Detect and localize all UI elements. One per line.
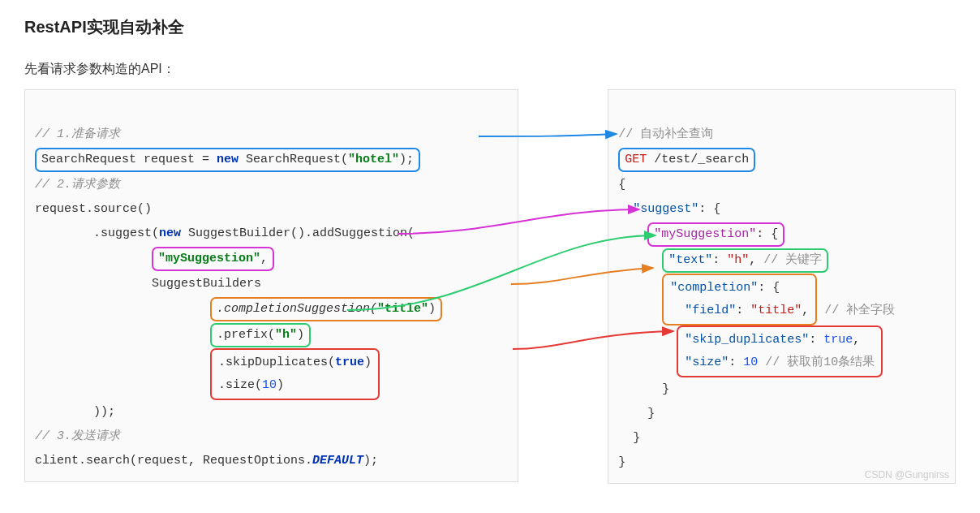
close-4: }: [618, 455, 625, 469]
close-3: }: [618, 431, 640, 445]
close-1: }: [618, 382, 669, 396]
completion-line: .completionSuggestion("title"): [35, 302, 442, 316]
page-title: RestAPI实现自动补全: [24, 16, 956, 38]
my-suggestion-key-line: "mySuggestion": {: [618, 227, 784, 241]
my-suggestion-line: "mySuggestion",: [35, 252, 274, 265]
subtitle: 先看请求参数构造的API：: [24, 61, 956, 78]
close-2: }: [618, 407, 655, 420]
prefix-line: .prefix("h"): [35, 328, 311, 342]
comment-1: // 1.准备请求: [35, 127, 120, 141]
watermark: CSDN @Gungnirss: [865, 469, 949, 481]
request-source-line: request.source(): [35, 202, 152, 216]
suggest-builders-line: SuggestBuilders: [35, 277, 261, 291]
suggest-key-line: "suggest": {: [618, 202, 720, 216]
brace-open: {: [618, 178, 625, 192]
text-key-line: "text": "h", // 关键字: [618, 253, 828, 267]
skip-size-block: .skipDuplicates(true) .size(10): [35, 378, 380, 392]
close-line: ));: [35, 405, 115, 419]
java-code-panel: // 1.准备请求 SearchRequest request = new Se…: [24, 89, 518, 482]
client-search-line: client.search(request, RequestOptions.DE…: [35, 454, 378, 468]
completion-field-block: "completion": { "field": "title", // 补全字…: [618, 304, 895, 317]
comment-2: // 2.请求参数: [35, 178, 120, 192]
comment-3: // 3.发送请求: [35, 429, 120, 443]
json-comment-1: // 自动补全查询: [618, 127, 713, 141]
json-code-panel: // 自动补全查询 GET /test/_search { "suggest":…: [608, 89, 956, 484]
code-panels: // 1.准备请求 SearchRequest request = new Se…: [24, 89, 956, 484]
suggest-line: .suggest(new SuggestBuilder().addSuggest…: [35, 226, 415, 240]
search-request-line: SearchRequest request = new SearchReques…: [35, 148, 420, 172]
get-line: GET /test/_search: [618, 148, 755, 172]
skip-size-json-block: "skip_duplicates": true, "size": 10 // 获…: [618, 356, 883, 369]
